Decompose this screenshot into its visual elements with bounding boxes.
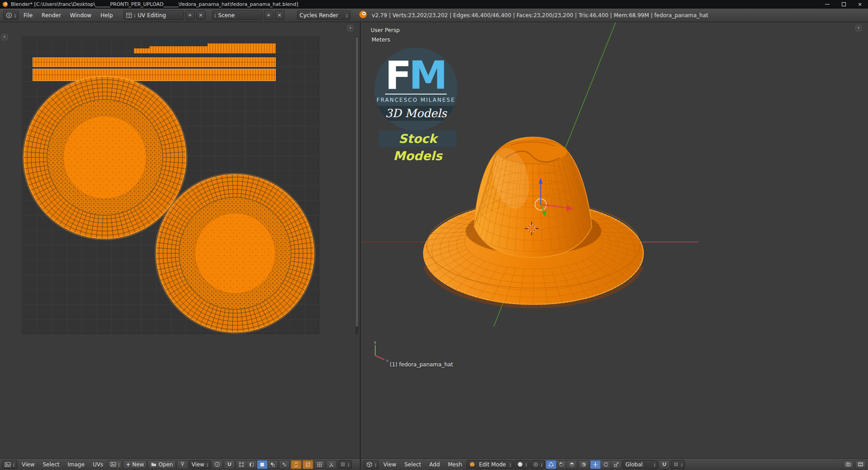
sticky-select-icon — [282, 462, 287, 467]
image-datablock-icon — [110, 461, 116, 467]
stock-models-badge: Stock Models — [379, 130, 457, 147]
v3d-menu-mesh[interactable]: Mesh — [444, 459, 466, 470]
chevron-updown-icon: ▴▾ — [134, 13, 136, 18]
mode-dropdown[interactable]: Edit Mode ▴▾ — [467, 460, 514, 469]
pin-toggle-button[interactable] — [177, 460, 188, 469]
scissors-icon — [329, 462, 334, 467]
scrollbar-handle[interactable] — [356, 37, 358, 327]
clip-uv-button[interactable] — [326, 460, 337, 469]
face-select-button[interactable] — [567, 460, 577, 469]
manipulator-rotate-button[interactable] — [601, 460, 611, 469]
hat-mesh[interactable] — [424, 137, 643, 307]
uv-island-brim-1 — [23, 76, 187, 239]
limit-visible-button[interactable] — [578, 460, 589, 469]
screen-layout-selector[interactable]: ▴▾ UV Editing — [123, 10, 184, 20]
snap-element-dropdown[interactable]: ▴▾ — [671, 460, 685, 469]
v3d-menu-view[interactable]: View — [380, 459, 400, 470]
snap-toggle-button[interactable] — [659, 460, 670, 469]
window-title: Blender* [C:\Users\franc\Desktop\______P… — [11, 1, 298, 7]
vertex-select-icon — [548, 462, 554, 467]
image-browse-button[interactable]: ▴▾ — [108, 460, 122, 469]
uv-vertical-scrollbar[interactable] — [355, 36, 359, 335]
chevron-updown-icon: ▴▾ — [509, 462, 511, 467]
uv-snap-dropdown[interactable]: ▴▾ — [338, 460, 352, 469]
menu-help[interactable]: Help — [96, 9, 117, 22]
opengl-render-button[interactable] — [843, 460, 854, 469]
info-header: ▴▾ File Render Window Help ▴▾ UV Editing… — [0, 9, 868, 22]
delete-layout-button[interactable]: × — [196, 10, 206, 20]
fm-logo-letters: F M — [385, 57, 447, 95]
render-engine-selector[interactable]: Cycles Render ▴▾ — [297, 10, 350, 20]
vertex-select-icon — [239, 462, 244, 467]
opengl-anim-render-button[interactable] — [855, 460, 866, 469]
uv-face-select-button[interactable] — [257, 460, 268, 469]
v3d-menu-select[interactable]: Select — [401, 459, 425, 470]
maximize-button[interactable] — [835, 0, 852, 9]
viewport-editor-type-button[interactable]: ▴▾ — [363, 460, 379, 469]
manipulator-translate-button[interactable] — [590, 460, 601, 469]
add-layout-button[interactable]: + — [185, 10, 195, 20]
snap-magnet-button[interactable] — [224, 460, 235, 469]
uv-edge-select-button[interactable] — [247, 460, 257, 469]
fm-logo: F M FRANCESCO MILANESE 3D Models — [374, 47, 458, 131]
vertex-select-button[interactable] — [546, 460, 557, 469]
new-image-button[interactable]: + New — [123, 460, 146, 469]
chevron-updown-icon: ▴▾ — [13, 462, 14, 467]
region-split-widget[interactable]: + — [855, 25, 862, 31]
uv-sync-select-button[interactable] — [291, 460, 302, 469]
viewport-canvas[interactable]: y x User Persp Meters (1) fedora_panama_… — [362, 22, 868, 458]
uv-menu-uvs[interactable]: UVs — [89, 459, 107, 470]
delete-scene-button[interactable]: × — [275, 10, 284, 20]
render-film-icon — [858, 461, 863, 467]
close-button[interactable]: × — [852, 0, 868, 9]
open-image-button[interactable]: Open — [148, 460, 176, 469]
info-editor-type-button[interactable]: ▴▾ — [3, 10, 19, 20]
chevron-updown-icon: ▴▾ — [525, 462, 527, 467]
region-split-widget[interactable]: + — [347, 25, 354, 31]
select-mode-group — [546, 460, 577, 469]
uv-canvas[interactable]: + + — [0, 22, 360, 458]
chevron-updown-icon: ▴▾ — [541, 462, 542, 467]
uv-sync-icon — [293, 462, 299, 467]
uv-vertex-select-button[interactable] — [236, 460, 247, 469]
mini-axis-gizmo: y x — [374, 340, 389, 363]
uv-island-select-button[interactable] — [268, 460, 278, 469]
edge-select-button[interactable] — [557, 460, 567, 469]
menu-file[interactable]: File — [19, 9, 37, 22]
scene-selector[interactable]: ▴▾ Scene — [212, 10, 263, 20]
viewport-shading-dropdown[interactable]: ▴▾ — [514, 460, 529, 469]
menu-render[interactable]: Render — [38, 9, 65, 22]
uv-editor-type-button[interactable]: ▴▾ — [2, 460, 17, 469]
minimize-button[interactable] — [819, 0, 835, 9]
mode-value: Edit Mode — [479, 461, 506, 468]
magnet-icon — [226, 461, 232, 467]
v3d-menu-add[interactable]: Add — [426, 459, 443, 470]
chevron-updown-icon: ▴▾ — [346, 13, 348, 18]
proportional-edit-button[interactable] — [212, 460, 223, 469]
snap-element-icon — [674, 462, 679, 467]
units-overlay: Meters — [372, 37, 390, 43]
magnet-icon — [661, 461, 667, 467]
uv-menu-select[interactable]: Select — [39, 459, 63, 470]
window-titlebar: Blender* [C:\Users\franc\Desktop\______P… — [0, 0, 868, 9]
svg-text:x: x — [386, 358, 389, 363]
face-select-icon — [259, 462, 265, 467]
menu-window[interactable]: Window — [66, 9, 95, 22]
add-scene-button[interactable]: + — [264, 10, 274, 20]
draw-stretch-button[interactable] — [302, 460, 313, 469]
chevron-updown-icon: ▴▾ — [215, 13, 216, 18]
uv-menu-image[interactable]: Image — [64, 459, 89, 470]
uv-select-mode-group — [236, 460, 278, 469]
uv-menu-view[interactable]: View — [18, 459, 38, 470]
uv-pivot-dropdown[interactable]: View ▴▾ — [189, 460, 211, 469]
pivot-point-dropdown[interactable]: ▴▾ — [530, 460, 545, 469]
normalized-coords-button[interactable] — [314, 460, 325, 469]
sticky-select-button[interactable] — [279, 460, 290, 469]
manipulator-scale-button[interactable] — [611, 460, 622, 469]
image-editor-icon — [5, 461, 11, 468]
orientation-dropdown[interactable]: Global ▴▾ — [623, 460, 658, 469]
uv-island-brim-2 — [156, 174, 315, 333]
region-toggle-widget[interactable]: + — [1, 34, 8, 40]
screen-layout-value: UV Editing — [138, 12, 181, 19]
view-name-overlay: User Persp — [371, 27, 400, 33]
